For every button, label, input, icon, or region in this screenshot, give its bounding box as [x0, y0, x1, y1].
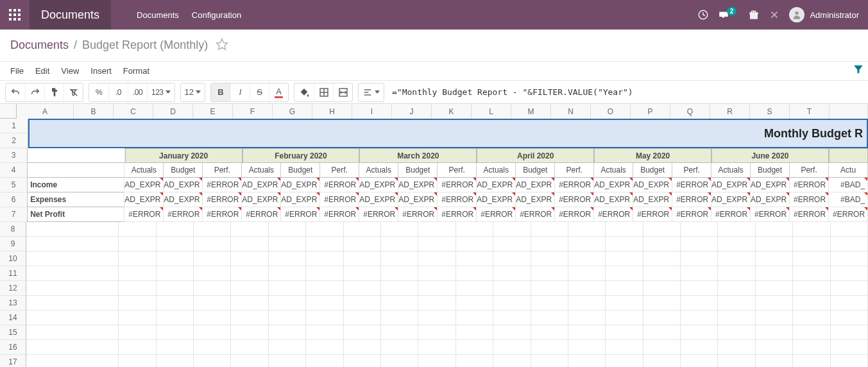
data-cell[interactable]: #ERROR: [672, 192, 711, 207]
sub-header-cell[interactable]: Actuals: [594, 163, 633, 178]
cell[interactable]: [269, 296, 306, 311]
cell[interactable]: [681, 311, 718, 325]
cell[interactable]: [568, 252, 606, 266]
row-header[interactable]: 11: [0, 266, 26, 281]
data-cell[interactable]: #BAD_EXPR: [477, 192, 516, 207]
cell[interactable]: [793, 266, 830, 281]
data-cell[interactable]: #ERROR: [242, 207, 281, 222]
cell[interactable]: [831, 266, 868, 281]
cell[interactable]: [493, 340, 531, 355]
data-cell[interactable]: #BAD_EXPR: [477, 178, 516, 192]
row-header[interactable]: 3: [0, 148, 28, 163]
cell[interactable]: [681, 281, 718, 296]
cell[interactable]: [831, 281, 868, 296]
cell[interactable]: [643, 355, 681, 367]
cell[interactable]: [718, 340, 755, 355]
cell[interactable]: [269, 266, 306, 281]
cell[interactable]: [418, 355, 455, 367]
cell[interactable]: [157, 325, 194, 340]
cell[interactable]: [306, 355, 343, 367]
data-cell[interactable]: #ERROR: [203, 207, 242, 222]
sub-header-cell[interactable]: Perf.: [790, 163, 829, 178]
data-cell[interactable]: #ERROR: [438, 178, 477, 192]
cell[interactable]: [756, 266, 793, 281]
cell[interactable]: [831, 222, 868, 237]
cell[interactable]: [194, 281, 231, 296]
cell[interactable]: [456, 296, 493, 311]
data-cell[interactable]: #BAD_EXPR: [516, 192, 555, 207]
cell[interactable]: [793, 281, 830, 296]
cell[interactable]: [119, 266, 156, 281]
cell[interactable]: [718, 237, 755, 252]
menu-format[interactable]: Format: [123, 66, 149, 76]
cell[interactable]: [606, 340, 643, 355]
cell[interactable]: [269, 281, 306, 296]
cell[interactable]: [568, 222, 606, 237]
cell[interactable]: [194, 222, 231, 237]
cell[interactable]: [831, 340, 868, 355]
data-cell[interactable]: #BAD_EXPR: [751, 192, 790, 207]
cell[interactable]: [231, 237, 268, 252]
data-cell[interactable]: #BAD_EXPR: [281, 192, 320, 207]
cell[interactable]: [493, 252, 531, 266]
cell[interactable]: [26, 266, 119, 281]
cell[interactable]: [381, 281, 418, 296]
cell[interactable]: [643, 325, 681, 340]
cell[interactable]: [418, 325, 455, 340]
col-header[interactable]: K: [432, 104, 472, 119]
close-icon[interactable]: [769, 9, 780, 21]
cell[interactable]: [194, 325, 231, 340]
row-header[interactable]: 9: [0, 237, 26, 252]
row-header[interactable]: 12: [0, 281, 26, 296]
month-header-cell[interactable]: [829, 148, 868, 163]
month-header-cell[interactable]: January 2020: [125, 148, 243, 163]
favorite-star-button[interactable]: [216, 38, 228, 53]
redo-button[interactable]: [25, 83, 44, 101]
cell[interactable]: [231, 340, 268, 355]
col-header[interactable]: I: [352, 104, 392, 119]
gift-icon[interactable]: [748, 9, 760, 21]
cell[interactable]: [606, 325, 643, 340]
sub-header-cell[interactable]: Perf.: [555, 163, 594, 178]
cell[interactable]: [718, 296, 755, 311]
cell[interactable]: [793, 252, 830, 266]
cell[interactable]: [381, 266, 418, 281]
cell[interactable]: [606, 281, 643, 296]
undo-button[interactable]: [6, 83, 25, 101]
cell[interactable]: [756, 311, 793, 325]
cell[interactable]: [194, 311, 231, 325]
data-cell[interactable]: #ERROR: [790, 178, 829, 192]
data-cell[interactable]: #ERROR: [320, 192, 359, 207]
cell[interactable]: [119, 340, 156, 355]
cell[interactable]: [157, 296, 194, 311]
cell[interactable]: [418, 340, 455, 355]
cell[interactable]: [269, 237, 306, 252]
sub-header-cell[interactable]: Perf.: [672, 163, 711, 178]
cell[interactable]: [269, 311, 306, 325]
col-header[interactable]: T: [790, 104, 830, 119]
cell[interactable]: [681, 252, 718, 266]
sub-header-cell[interactable]: Budget: [398, 163, 438, 178]
cell[interactable]: [157, 252, 194, 266]
cell[interactable]: [344, 281, 381, 296]
row-header[interactable]: 17: [0, 355, 26, 367]
cell[interactable]: [26, 355, 119, 367]
cell[interactable]: [493, 281, 531, 296]
cell[interactable]: [269, 340, 306, 355]
cell[interactable]: [231, 266, 268, 281]
text-color-button[interactable]: A: [269, 83, 288, 101]
cell[interactable]: [269, 222, 306, 237]
cell[interactable]: [157, 237, 194, 252]
cell[interactable]: [643, 296, 681, 311]
cell[interactable]: [381, 252, 418, 266]
cell[interactable]: [119, 325, 156, 340]
cell[interactable]: [26, 296, 119, 311]
col-header[interactable]: J: [392, 104, 432, 119]
cell[interactable]: [231, 252, 268, 266]
cell[interactable]: [157, 340, 194, 355]
data-cell[interactable]: #ERROR: [594, 207, 633, 222]
cell[interactable]: [306, 222, 343, 237]
data-cell[interactable]: #BAD_EXPR: [164, 192, 203, 207]
sub-header-cell[interactable]: Perf.: [320, 163, 359, 178]
data-cell[interactable]: #BAD_EXPR: [633, 192, 672, 207]
